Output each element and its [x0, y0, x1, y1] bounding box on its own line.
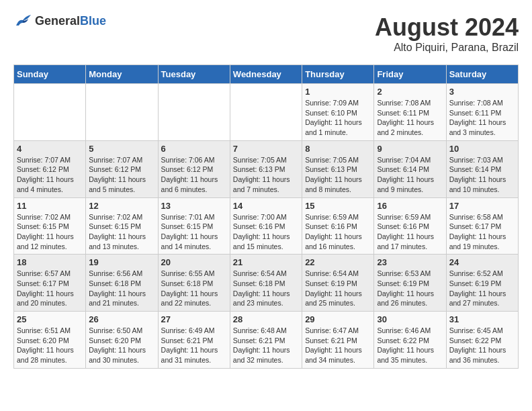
day-info: Sunrise: 7:06 AM Sunset: 6:12 PM Dayligh…: [161, 155, 227, 195]
week-row-1: 1Sunrise: 7:09 AM Sunset: 6:10 PM Daylig…: [14, 84, 519, 141]
day-number: 27: [161, 314, 227, 324]
day-info: Sunrise: 7:07 AM Sunset: 6:12 PM Dayligh…: [17, 155, 83, 195]
calendar-cell: [230, 84, 302, 141]
week-row-3: 11Sunrise: 7:02 AM Sunset: 6:15 PM Dayli…: [14, 197, 519, 255]
calendar-cell: 4Sunrise: 7:07 AM Sunset: 6:12 PM Daylig…: [14, 140, 86, 197]
calendar-cell: 13Sunrise: 7:01 AM Sunset: 6:15 PM Dayli…: [158, 197, 230, 255]
calendar-cell: 19Sunrise: 6:56 AM Sunset: 6:18 PM Dayli…: [86, 255, 158, 312]
day-number: 12: [89, 201, 154, 211]
calendar-cell: 3Sunrise: 7:08 AM Sunset: 6:11 PM Daylig…: [446, 84, 518, 141]
day-info: Sunrise: 6:52 AM Sunset: 6:19 PM Dayligh…: [449, 269, 515, 308]
calendar-cell: 25Sunrise: 6:51 AM Sunset: 6:20 PM Dayli…: [14, 312, 86, 369]
weekday-header-wednesday: Wednesday: [230, 65, 302, 84]
calendar-cell: 21Sunrise: 6:54 AM Sunset: 6:18 PM Dayli…: [230, 255, 302, 312]
day-info: Sunrise: 7:04 AM Sunset: 6:14 PM Dayligh…: [377, 155, 443, 195]
day-number: 31: [449, 314, 515, 324]
week-row-5: 25Sunrise: 6:51 AM Sunset: 6:20 PM Dayli…: [14, 312, 519, 369]
header: GeneralBlue August 2024 Alto Piquiri, Pa…: [13, 13, 519, 54]
day-info: Sunrise: 6:48 AM Sunset: 6:21 PM Dayligh…: [233, 326, 299, 365]
day-info: Sunrise: 6:47 AM Sunset: 6:21 PM Dayligh…: [305, 326, 371, 365]
calendar-cell: 8Sunrise: 7:05 AM Sunset: 6:13 PM Daylig…: [302, 140, 374, 197]
day-info: Sunrise: 6:58 AM Sunset: 6:17 PM Dayligh…: [449, 212, 515, 252]
day-number: 7: [233, 144, 299, 154]
calendar-cell: 29Sunrise: 6:47 AM Sunset: 6:21 PM Dayli…: [302, 312, 374, 369]
day-number: 25: [17, 314, 83, 324]
logo-icon: [13, 13, 32, 28]
calendar-cell: 14Sunrise: 7:00 AM Sunset: 6:16 PM Dayli…: [230, 197, 302, 255]
calendar-cell: 18Sunrise: 6:57 AM Sunset: 6:17 PM Dayli…: [14, 255, 86, 312]
day-number: 4: [17, 144, 83, 154]
day-info: Sunrise: 7:08 AM Sunset: 6:11 PM Dayligh…: [377, 98, 443, 138]
calendar-cell: 31Sunrise: 6:45 AM Sunset: 6:22 PM Dayli…: [446, 312, 518, 369]
weekday-header-tuesday: Tuesday: [158, 65, 230, 84]
day-number: 1: [305, 87, 371, 97]
calendar-cell: 28Sunrise: 6:48 AM Sunset: 6:21 PM Dayli…: [230, 312, 302, 369]
day-info: Sunrise: 7:05 AM Sunset: 6:13 PM Dayligh…: [305, 155, 371, 195]
day-info: Sunrise: 7:07 AM Sunset: 6:12 PM Dayligh…: [89, 155, 154, 195]
weekday-header-friday: Friday: [374, 65, 446, 84]
day-info: Sunrise: 6:49 AM Sunset: 6:21 PM Dayligh…: [161, 326, 227, 365]
day-info: Sunrise: 6:59 AM Sunset: 6:16 PM Dayligh…: [377, 212, 443, 252]
day-info: Sunrise: 6:54 AM Sunset: 6:18 PM Dayligh…: [233, 269, 299, 308]
day-info: Sunrise: 7:09 AM Sunset: 6:10 PM Dayligh…: [305, 98, 371, 138]
day-number: 9: [377, 144, 443, 154]
day-number: 22: [305, 257, 371, 267]
weekday-header-monday: Monday: [86, 65, 158, 84]
day-number: 28: [233, 314, 299, 324]
page-title: August 2024: [375, 13, 519, 42]
day-number: 10: [449, 144, 515, 154]
calendar-cell: 30Sunrise: 6:46 AM Sunset: 6:22 PM Dayli…: [374, 312, 446, 369]
day-info: Sunrise: 7:05 AM Sunset: 6:13 PM Dayligh…: [233, 155, 299, 195]
day-number: 30: [377, 314, 443, 324]
calendar-cell: 17Sunrise: 6:58 AM Sunset: 6:17 PM Dayli…: [446, 197, 518, 255]
day-info: Sunrise: 7:03 AM Sunset: 6:14 PM Dayligh…: [449, 155, 515, 195]
day-number: 24: [449, 257, 515, 267]
week-row-2: 4Sunrise: 7:07 AM Sunset: 6:12 PM Daylig…: [14, 140, 519, 197]
day-info: Sunrise: 6:53 AM Sunset: 6:19 PM Dayligh…: [377, 269, 443, 308]
calendar-cell: 11Sunrise: 7:02 AM Sunset: 6:15 PM Dayli…: [14, 197, 86, 255]
calendar-cell: 27Sunrise: 6:49 AM Sunset: 6:21 PM Dayli…: [158, 312, 230, 369]
day-info: Sunrise: 6:57 AM Sunset: 6:17 PM Dayligh…: [17, 269, 83, 308]
day-info: Sunrise: 7:01 AM Sunset: 6:15 PM Dayligh…: [161, 212, 227, 252]
calendar-cell: 10Sunrise: 7:03 AM Sunset: 6:14 PM Dayli…: [446, 140, 518, 197]
logo: GeneralBlue: [13, 13, 106, 28]
calendar-cell: [86, 84, 158, 141]
day-number: 2: [377, 87, 443, 97]
title-area: August 2024 Alto Piquiri, Parana, Brazil: [375, 13, 519, 54]
day-number: 29: [305, 314, 371, 324]
day-number: 3: [449, 87, 515, 97]
day-number: 5: [89, 144, 154, 154]
weekday-header-thursday: Thursday: [302, 65, 374, 84]
calendar-cell: 2Sunrise: 7:08 AM Sunset: 6:11 PM Daylig…: [374, 84, 446, 141]
weekday-header-sunday: Sunday: [14, 65, 86, 84]
day-number: 11: [17, 201, 83, 211]
calendar-cell: 1Sunrise: 7:09 AM Sunset: 6:10 PM Daylig…: [302, 84, 374, 141]
logo-blue: Blue: [80, 14, 106, 28]
day-number: 21: [233, 257, 299, 267]
calendar-cell: 16Sunrise: 6:59 AM Sunset: 6:16 PM Dayli…: [374, 197, 446, 255]
day-number: 18: [17, 257, 83, 267]
day-info: Sunrise: 6:45 AM Sunset: 6:22 PM Dayligh…: [449, 326, 515, 365]
calendar-cell: 15Sunrise: 6:59 AM Sunset: 6:16 PM Dayli…: [302, 197, 374, 255]
calendar-cell: 22Sunrise: 6:54 AM Sunset: 6:19 PM Dayli…: [302, 255, 374, 312]
calendar-cell: 9Sunrise: 7:04 AM Sunset: 6:14 PM Daylig…: [374, 140, 446, 197]
day-info: Sunrise: 7:02 AM Sunset: 6:15 PM Dayligh…: [17, 212, 83, 252]
calendar-table: SundayMondayTuesdayWednesdayThursdayFrid…: [13, 64, 519, 369]
calendar-cell: [158, 84, 230, 141]
day-number: 17: [449, 201, 515, 211]
day-info: Sunrise: 7:08 AM Sunset: 6:11 PM Dayligh…: [449, 98, 515, 138]
day-info: Sunrise: 6:50 AM Sunset: 6:20 PM Dayligh…: [89, 326, 154, 365]
calendar-cell: 23Sunrise: 6:53 AM Sunset: 6:19 PM Dayli…: [374, 255, 446, 312]
day-info: Sunrise: 7:02 AM Sunset: 6:15 PM Dayligh…: [89, 212, 154, 252]
day-number: 14: [233, 201, 299, 211]
page-subtitle: Alto Piquiri, Parana, Brazil: [375, 42, 519, 54]
logo-general: General: [35, 14, 80, 28]
day-number: 23: [377, 257, 443, 267]
day-number: 8: [305, 144, 371, 154]
calendar-body: 1Sunrise: 7:09 AM Sunset: 6:10 PM Daylig…: [14, 84, 519, 369]
day-number: 6: [161, 144, 227, 154]
day-number: 26: [89, 314, 154, 324]
weekday-row: SundayMondayTuesdayWednesdayThursdayFrid…: [14, 65, 519, 84]
calendar-header: SundayMondayTuesdayWednesdayThursdayFrid…: [14, 65, 519, 84]
calendar-cell: 6Sunrise: 7:06 AM Sunset: 6:12 PM Daylig…: [158, 140, 230, 197]
